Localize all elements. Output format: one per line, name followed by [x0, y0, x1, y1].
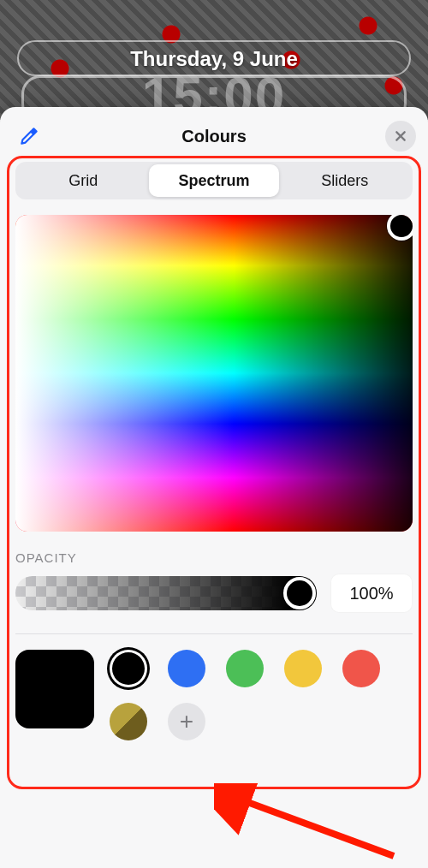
tab-sliders[interactable]: Sliders — [279, 164, 410, 197]
spectrum-cursor[interactable] — [387, 215, 413, 241]
opacity-slider[interactable] — [15, 576, 317, 610]
close-icon — [394, 129, 407, 143]
current-colour-swatch — [15, 650, 94, 728]
add-swatch-button[interactable]: + — [168, 703, 205, 740]
swatch-black[interactable] — [110, 650, 147, 687]
picker-mode-segmented: Grid Spectrum Sliders — [15, 162, 413, 199]
swatch-area: + — [15, 650, 413, 740]
swatch-red[interactable] — [342, 650, 380, 687]
divider — [15, 633, 413, 634]
eyedropper-icon — [18, 125, 40, 147]
swatch-yellow[interactable] — [284, 650, 322, 687]
opacity-thumb[interactable] — [283, 577, 316, 609]
lockscreen-date: Thursday, 9 June — [0, 47, 428, 71]
opacity-row: 100% — [15, 574, 413, 613]
opacity-fill — [15, 576, 317, 610]
swatch-blue[interactable] — [168, 650, 205, 687]
swatch-olive-two-tone[interactable] — [110, 703, 147, 740]
saved-swatches-grid: + — [110, 650, 413, 740]
opacity-value-field[interactable]: 100% — [330, 574, 413, 613]
eyedropper-button[interactable] — [14, 121, 45, 152]
sheet-title: Colours — [181, 127, 247, 146]
spectrum-canvas[interactable] — [15, 215, 413, 532]
tab-spectrum[interactable]: Spectrum — [149, 164, 280, 197]
opacity-label: OPACITY — [15, 550, 413, 565]
close-button[interactable] — [385, 121, 416, 152]
sheet-body: Grid Spectrum Sliders OPACITY 100% — [0, 162, 428, 758]
sheet-header: Colours — [0, 116, 428, 157]
plus-icon: + — [180, 710, 193, 734]
tab-grid[interactable]: Grid — [18, 164, 149, 197]
spectrum-black-layer — [15, 215, 413, 532]
swatch-green[interactable] — [226, 650, 264, 687]
colour-picker-sheet: Colours Grid Spectrum Sliders OPACITY — [0, 107, 428, 868]
